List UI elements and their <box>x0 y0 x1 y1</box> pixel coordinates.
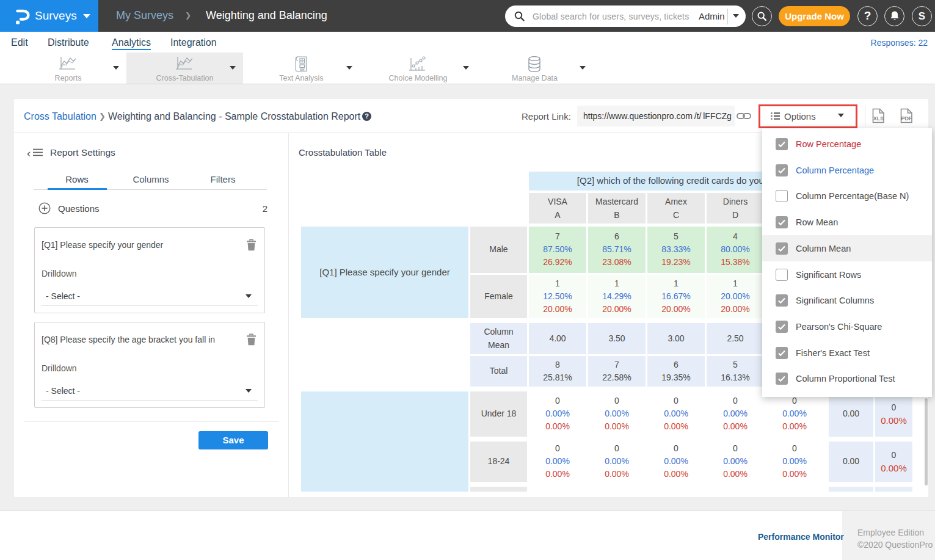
svg-text:PDF: PDF <box>901 115 913 122</box>
svg-text:XLS: XLS <box>873 115 884 122</box>
